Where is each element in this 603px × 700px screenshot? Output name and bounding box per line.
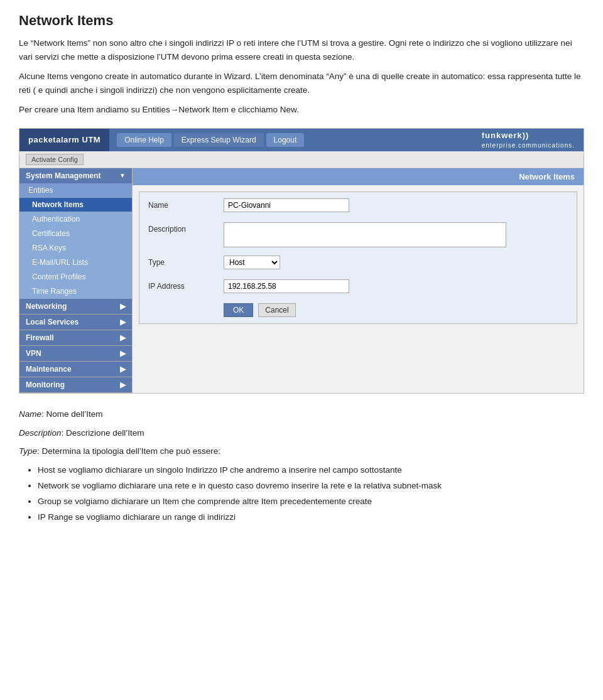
sidebar-item-entities[interactable]: Entities: [19, 183, 132, 198]
description-field-desc: Description: Descrizione dell’Item: [19, 426, 584, 440]
utm-activate-bar: Activate Config: [19, 151, 584, 168]
chevron-right-icon: ▶: [120, 349, 126, 358]
cancel-button[interactable]: Cancel: [258, 303, 295, 317]
field-descriptions: Name: Nome dell’Item Description: Descri…: [19, 407, 584, 525]
chevron-right-icon: ▶: [120, 333, 126, 342]
sidebar-section-vpn[interactable]: VPN ▶: [19, 346, 132, 362]
description-control: [224, 222, 568, 249]
logout-button[interactable]: Logout: [266, 133, 305, 147]
utm-screenshot: packetalarm UTM Online Help Express Setu…: [19, 128, 584, 394]
form-row-description: Description: [148, 222, 568, 249]
sidebar-item-certificates[interactable]: Certificates: [19, 227, 132, 241]
utm-form: Name Description Type: [139, 191, 577, 324]
chevron-right-icon: ▶: [120, 318, 126, 326]
chevron-right-icon: ▶: [120, 302, 126, 311]
sidebar-item-authentication[interactable]: Authentication: [19, 212, 132, 227]
ip-input[interactable]: [224, 279, 349, 293]
name-field-desc: Name: Nome dell’Item: [19, 407, 584, 421]
utm-sidebar: System Management ▼ Entities Network Ite…: [19, 168, 133, 393]
name-label: Name: [148, 198, 224, 210]
utm-content-header: Network Items: [133, 168, 584, 185]
form-row-ip: IP Address: [148, 279, 568, 297]
sidebar-section-maintenance[interactable]: Maintenance ▶: [19, 362, 132, 377]
express-setup-wizard-button[interactable]: Express Setup Wizard: [174, 133, 264, 147]
paragraph-2: Alcune Items vengono create in automatic…: [19, 70, 584, 97]
utm-nav-buttons: Online Help Express Setup Wizard Logout: [109, 133, 312, 147]
type-control: Host Network Group IP Range: [224, 256, 568, 269]
utm-content: Network Items Name Description: [133, 168, 584, 393]
paragraph-3: Per creare una Item andiamo su Entities→…: [19, 103, 584, 117]
page-title: Network Items: [19, 13, 584, 29]
type-label: Type: [148, 256, 224, 267]
utm-topbar: packetalarm UTM Online Help Express Setu…: [19, 129, 584, 151]
form-buttons: OK Cancel: [148, 303, 568, 317]
utm-logo: packetalarm UTM: [19, 129, 109, 151]
chevron-right-icon: ▶: [120, 380, 126, 389]
chevron-right-icon: ▶: [120, 365, 126, 374]
bullet-host: Host se vogliamo dichiarare un singolo I…: [38, 463, 584, 478]
sidebar-item-network-items[interactable]: Network Items: [19, 198, 132, 212]
online-help-button[interactable]: Online Help: [117, 133, 171, 147]
sidebar-section-monitoring[interactable]: Monitoring ▶: [19, 377, 132, 393]
sidebar-item-rsa-keys[interactable]: RSA Keys: [19, 241, 132, 256]
type-field-label: Type: [19, 446, 37, 456]
paragraph-1: Le “Network Items” non sono altro che i …: [19, 36, 584, 63]
utm-main-layout: System Management ▼ Entities Network Ite…: [19, 168, 584, 393]
activate-config-button[interactable]: Activate Config: [26, 154, 84, 165]
utm-brand: funkwerk)) enterprise.communications.: [482, 131, 584, 149]
form-row-name: Name: [148, 198, 568, 216]
sidebar-section-local-services[interactable]: Local Services ▶: [19, 315, 132, 330]
sidebar-item-content-profiles[interactable]: Content Profiles: [19, 270, 132, 284]
description-field-label: Description: [19, 428, 62, 438]
page-wrapper: Network Items Le “Network Items” non son…: [0, 0, 603, 539]
bullet-group: Group se volgiamo dichiarare un Item che…: [38, 495, 584, 509]
type-bullet-list: Host se vogliamo dichiarare un singolo I…: [38, 463, 584, 525]
sidebar-item-email-url-lists[interactable]: E-Mail/URL Lists: [19, 256, 132, 270]
sidebar-section-networking[interactable]: Networking ▶: [19, 299, 132, 315]
description-input[interactable]: [224, 222, 506, 247]
type-select[interactable]: Host Network Group IP Range: [224, 256, 280, 269]
ok-button[interactable]: OK: [224, 303, 253, 317]
sidebar-section-firewall[interactable]: Firewall ▶: [19, 330, 132, 346]
form-row-type: Type Host Network Group IP Range: [148, 256, 568, 273]
bullet-network: Network se vogliamo dichiarare una rete …: [38, 479, 584, 493]
name-control: [224, 198, 568, 212]
name-input[interactable]: [224, 198, 349, 212]
chevron-down-icon: ▼: [119, 172, 126, 179]
ip-control: [224, 279, 568, 293]
type-field-desc: Type: Determina la tipologia dell’Item c…: [19, 444, 584, 458]
ip-label: IP Address: [148, 279, 224, 291]
sidebar-item-time-ranges[interactable]: Time Ranges: [19, 284, 132, 299]
sidebar-section-system-management[interactable]: System Management ▼: [19, 168, 132, 183]
name-field-label: Name: [19, 409, 41, 419]
description-label: Description: [148, 222, 224, 234]
bullet-iprange: IP Range se vogliamo dichiarare un range…: [38, 510, 584, 525]
